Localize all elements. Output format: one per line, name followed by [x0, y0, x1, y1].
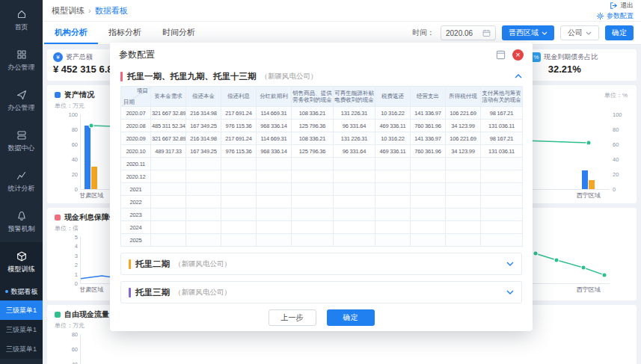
- table-cell[interactable]: 141 336.97: [411, 132, 446, 145]
- table-cell[interactable]: 114 669.31: [257, 107, 292, 120]
- table-cell[interactable]: 968 336.14: [257, 145, 292, 158]
- table-cell[interactable]: [292, 170, 334, 183]
- table-cell[interactable]: 489 317.33: [151, 145, 186, 158]
- param-config-button[interactable]: 参数配置: [596, 11, 634, 21]
- table-cell[interactable]: 760 361.96: [411, 120, 446, 132]
- exit-button[interactable]: 退出: [610, 1, 634, 10]
- table-cell[interactable]: [221, 183, 257, 196]
- table-cell[interactable]: [151, 234, 186, 247]
- sidebar-item-4[interactable]: 统计分析: [0, 161, 43, 202]
- table-cell[interactable]: 10 316.22: [375, 132, 411, 145]
- table-cell[interactable]: [411, 158, 446, 170]
- table-cell[interactable]: [151, 209, 186, 221]
- table-cell[interactable]: [446, 221, 481, 234]
- tab-2[interactable]: 时间分析: [152, 22, 206, 44]
- date-picker[interactable]: 2020.06: [441, 25, 496, 40]
- table-cell[interactable]: [292, 221, 334, 234]
- table-cell[interactable]: 469 336.11: [375, 145, 411, 158]
- table-cell[interactable]: [446, 183, 481, 196]
- previous-step-button[interactable]: 上一步: [269, 309, 316, 326]
- section-header-expanded[interactable]: 托里一期、托里九期、托里十三期 （新疆风电公司）: [120, 67, 522, 86]
- table-cell[interactable]: 108 336.21: [292, 132, 334, 145]
- section-collapsed-0[interactable]: 托里二期（新疆风电公司）: [120, 253, 522, 275]
- table-cell[interactable]: [221, 234, 257, 247]
- table-cell[interactable]: 10 316.22: [375, 107, 411, 120]
- region-dropdown[interactable]: 晋西区域: [502, 25, 554, 40]
- table-cell[interactable]: [411, 170, 446, 183]
- table-cell[interactable]: [446, 196, 481, 209]
- table-cell[interactable]: [151, 170, 186, 183]
- table-cell[interactable]: [375, 196, 411, 209]
- close-icon[interactable]: ×: [512, 49, 524, 61]
- table-cell[interactable]: 217 691.24: [221, 107, 257, 120]
- table-cell[interactable]: [151, 221, 186, 234]
- sidebar-third-item-2[interactable]: 三级菜单1: [0, 339, 43, 359]
- table-cell[interactable]: [221, 158, 257, 170]
- table-cell[interactable]: [411, 183, 446, 196]
- table-cell[interactable]: [334, 183, 375, 196]
- table-cell[interactable]: [334, 221, 375, 234]
- table-cell[interactable]: 108 336.21: [292, 107, 334, 120]
- table-cell[interactable]: [257, 234, 292, 247]
- table-cell[interactable]: [221, 221, 257, 234]
- table-cell[interactable]: 976 115.36: [221, 120, 257, 132]
- table-cell[interactable]: [221, 209, 257, 221]
- sidebar-item-5[interactable]: 预警机制: [0, 202, 43, 242]
- table-cell[interactable]: [186, 183, 221, 196]
- table-cell[interactable]: [481, 158, 523, 170]
- table-cell[interactable]: [411, 221, 446, 234]
- table-cell[interactable]: [446, 158, 481, 170]
- table-cell[interactable]: [481, 221, 523, 234]
- sidebar-item-0[interactable]: 首页: [0, 0, 43, 40]
- sidebar-item-3[interactable]: 数据中心: [0, 121, 43, 161]
- table-cell[interactable]: 131 226.31: [334, 107, 375, 120]
- breadcrumb-current[interactable]: 数据看板: [95, 5, 128, 16]
- table-cell[interactable]: 469 336.11: [375, 120, 411, 132]
- table-cell[interactable]: 96 331.64: [334, 120, 375, 132]
- table-cell[interactable]: 216 314.98: [186, 132, 221, 145]
- company-dropdown[interactable]: 公司: [560, 25, 599, 40]
- table-cell[interactable]: [257, 209, 292, 221]
- tab-0[interactable]: 机构分析: [44, 22, 98, 44]
- table-cell[interactable]: [186, 221, 221, 234]
- table-cell[interactable]: 96 331.64: [334, 145, 375, 158]
- table-cell[interactable]: 167 349.25: [186, 120, 221, 132]
- sidebar-item-1[interactable]: 办公管理: [0, 40, 43, 81]
- table-cell[interactable]: [257, 196, 292, 209]
- table-cell[interactable]: [151, 158, 186, 170]
- sidebar-item-6[interactable]: 模型训练: [0, 242, 43, 283]
- table-cell[interactable]: 125 796.36: [292, 145, 334, 158]
- table-cell[interactable]: 216 314.98: [186, 107, 221, 120]
- table-cell[interactable]: [186, 209, 221, 221]
- table-cell[interactable]: 106 221.69: [446, 107, 481, 120]
- table-cell[interactable]: 141 336.97: [411, 107, 446, 120]
- table-cell[interactable]: [186, 196, 221, 209]
- table-cell[interactable]: 98 167.21: [481, 132, 523, 145]
- table-cell[interactable]: [257, 170, 292, 183]
- table-cell[interactable]: 485 311 52.34: [151, 120, 186, 132]
- table-cell[interactable]: [411, 234, 446, 247]
- table-cell[interactable]: [292, 196, 334, 209]
- chevron-up-icon[interactable]: [515, 74, 522, 78]
- table-cell[interactable]: [375, 158, 411, 170]
- table-cell[interactable]: [481, 170, 523, 183]
- table-cell[interactable]: 106 221.69: [446, 132, 481, 145]
- table-cell[interactable]: [375, 170, 411, 183]
- table-cell[interactable]: 34 123.99: [446, 145, 481, 158]
- modal-confirm-button[interactable]: 确定: [327, 309, 375, 326]
- table-cell[interactable]: [221, 196, 257, 209]
- sidebar-item-2[interactable]: 办公管理: [0, 81, 43, 121]
- table-cell[interactable]: [481, 209, 523, 221]
- table-cell[interactable]: 34 123.99: [446, 120, 481, 132]
- table-cell[interactable]: [292, 234, 334, 247]
- table-cell[interactable]: [334, 234, 375, 247]
- table-cell[interactable]: 976 115.36: [221, 145, 257, 158]
- table-cell[interactable]: [292, 183, 334, 196]
- table-cell[interactable]: [411, 209, 446, 221]
- table-cell[interactable]: [221, 170, 257, 183]
- table-cell[interactable]: 321 667 32.89: [151, 107, 186, 120]
- table-cell[interactable]: 131 036.11: [481, 120, 523, 132]
- table-cell[interactable]: [446, 234, 481, 247]
- table-cell[interactable]: 131 036.11: [481, 145, 523, 158]
- sidebar-third-item-1[interactable]: 三级菜单1: [0, 320, 43, 339]
